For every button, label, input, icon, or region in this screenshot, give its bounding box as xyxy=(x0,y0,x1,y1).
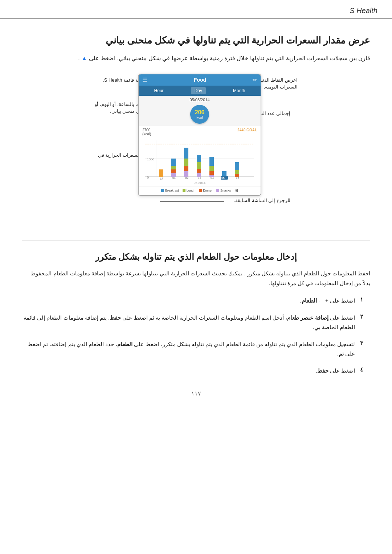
page-number: ١١٧ xyxy=(22,390,370,397)
dinner-dot xyxy=(199,189,202,192)
step-text-4: اضغط على حفظ. xyxy=(22,366,355,376)
diagram-area: ادخل إلى شاشة قائمة S Health. اعرض السجل… xyxy=(22,74,370,226)
legend-lunch: Lunch xyxy=(183,188,196,193)
bar-chart: 1350 0 xyxy=(142,137,257,180)
section-divider xyxy=(22,241,370,241)
svg-rect-21 xyxy=(209,171,214,175)
svg-rect-12 xyxy=(184,159,188,166)
chart-svg: 1350 0 xyxy=(142,137,257,180)
section2-intro: احفظ المعلومات حول الطعام الذي تتناوله ب… xyxy=(22,268,370,288)
section1-intro: قارن بين سجلات السعرات الحرارية التي يتم… xyxy=(22,53,370,63)
section2-heading: إدخال معلومات حول الطعام الذي يتم تناوله… xyxy=(22,252,370,262)
step-number-1: ١ xyxy=(360,296,370,303)
svg-rect-9 xyxy=(171,169,176,173)
page-header: S Health xyxy=(0,0,392,19)
svg-rect-20 xyxy=(209,166,214,171)
step-number-4: ٤ xyxy=(360,366,370,373)
svg-rect-11 xyxy=(184,148,188,159)
breakfast-dot xyxy=(161,189,164,192)
kcal-circle: 206 kcal xyxy=(190,105,209,124)
step-number-3: ٣ xyxy=(360,340,370,346)
svg-rect-19 xyxy=(209,157,214,166)
kcal-unit: kcal xyxy=(196,116,203,119)
svg-text:06: 06 xyxy=(236,176,239,180)
phone-mockup: ☰ Food ✏ Hour Day Month 05/03/2014 206 k… xyxy=(138,74,254,196)
goal-value: 2449 GOAL xyxy=(237,128,257,136)
svg-rect-6 xyxy=(159,169,163,177)
svg-rect-17 xyxy=(197,169,201,173)
edit-icon: ✏ xyxy=(253,77,257,83)
section1-heading: عرض مقدار السعرات الحرارية التي يتم تناو… xyxy=(22,34,370,47)
svg-rect-15 xyxy=(197,155,201,162)
snacks-dot xyxy=(216,189,219,192)
step-4: ٤ اضغط على حفظ. xyxy=(22,366,370,376)
step-2: ٢ اضغط على إضافة عنصر طعام، أدخل اسم الط… xyxy=(22,313,370,332)
step-number-2: ٢ xyxy=(360,313,370,320)
step-3: ٣ لتسجيل معلومات الطعام الذي يتم تناوله … xyxy=(22,340,370,358)
legend-snacks: Snacks xyxy=(216,188,231,193)
y-axis-top: 2700 (kcal) xyxy=(142,128,151,136)
svg-text:04: 04 xyxy=(211,176,214,180)
step-text-3: لتسجيل معلومات الطعام الذي يتم تناوله من… xyxy=(22,340,355,358)
step-text-1: اضغط على + ← الطعام. xyxy=(22,296,355,305)
svg-rect-14 xyxy=(184,171,188,177)
tab-hour[interactable]: Hour xyxy=(151,87,167,94)
step-text-2: اضغط على إضافة عنصر طعام، أدخل اسم الطعا… xyxy=(22,313,355,332)
lunch-dot xyxy=(183,189,185,192)
main-content: عرض مقدار السعرات الحرارية التي يتم تناو… xyxy=(0,19,392,411)
menu-icon: ☰ xyxy=(142,77,147,83)
svg-text:05: 05 xyxy=(221,176,225,180)
legend-breakfast: Breakfast xyxy=(161,188,179,193)
legend-dinner: Dinner xyxy=(199,188,213,193)
phone-screen-title: Food xyxy=(194,77,206,83)
tab-month[interactable]: Month xyxy=(229,87,249,94)
connector-r3 xyxy=(160,201,224,202)
svg-rect-26 xyxy=(235,162,239,170)
phone-top-bar: ☰ Food ✏ xyxy=(139,74,261,86)
phone-tabs: Hour Day Month xyxy=(139,86,261,96)
svg-rect-8 xyxy=(171,166,176,169)
svg-rect-27 xyxy=(235,170,239,174)
tab-day[interactable]: Day xyxy=(191,87,206,94)
svg-text:03: 03 xyxy=(198,176,201,180)
svg-rect-13 xyxy=(184,166,188,171)
svg-text:03: 03 xyxy=(160,179,163,180)
svg-text:1350: 1350 xyxy=(147,157,154,161)
phone-screen: ☰ Food ✏ Hour Day Month 05/03/2014 206 k… xyxy=(138,74,261,196)
svg-rect-23 xyxy=(222,171,226,177)
svg-rect-16 xyxy=(197,162,201,169)
right-annotation-3: للرجوع إلى الشاشة السابقة. xyxy=(225,197,290,204)
phone-legend: Breakfast Lunch Dinner Snacks ⊞ xyxy=(139,186,261,195)
app-title: S Health xyxy=(350,7,377,15)
kcal-display: 206 kcal xyxy=(139,103,261,126)
phone-date: 05/03/2014 xyxy=(139,96,261,103)
back-icon[interactable]: ⊞ xyxy=(234,188,238,193)
x-date-label: 03 2014 xyxy=(142,181,257,185)
kcal-number: 206 xyxy=(195,109,205,116)
chart-area: 2700 (kcal) 2449 GOAL 1350 0 xyxy=(139,126,261,186)
step-1: ١ اضغط على + ← الطعام. xyxy=(22,296,370,305)
section2: إدخال معلومات حول الطعام الذي يتم تناوله… xyxy=(22,252,370,376)
svg-text:02: 02 xyxy=(185,176,188,180)
steps-list: ١ اضغط على + ← الطعام. ٢ اضغط على إضافة … xyxy=(22,296,370,376)
svg-text:0: 0 xyxy=(147,176,149,179)
chart-goal-row: 2700 (kcal) 2449 GOAL xyxy=(142,128,257,136)
svg-text:01: 01 xyxy=(172,176,176,180)
